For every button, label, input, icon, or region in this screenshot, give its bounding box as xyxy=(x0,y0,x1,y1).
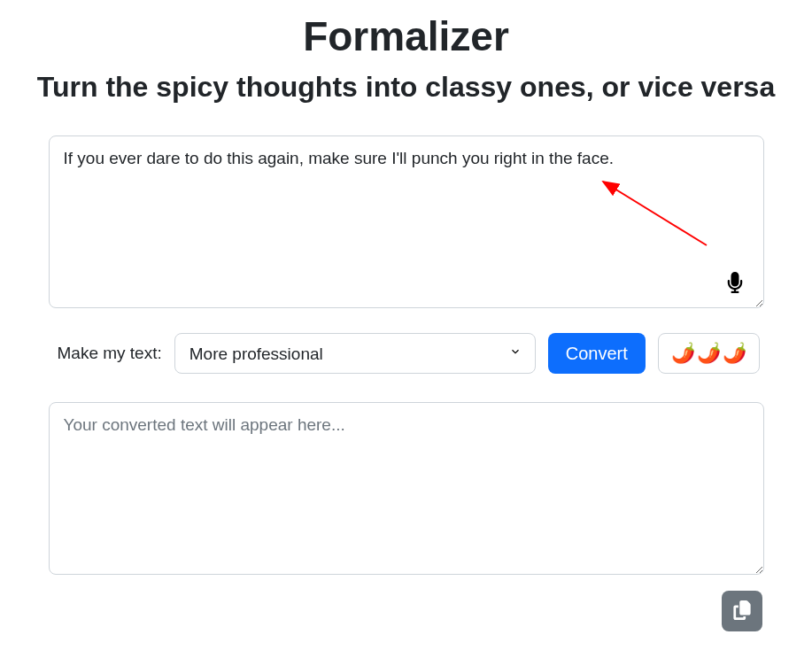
main-container: Make my text: More professional Convert … xyxy=(49,135,764,578)
copy-icon xyxy=(733,600,751,623)
pepper-icon: 🌶️ xyxy=(723,344,746,363)
output-textarea[interactable] xyxy=(49,402,764,575)
mode-select[interactable]: More professional xyxy=(174,333,536,374)
controls-row: Make my text: More professional Convert … xyxy=(49,333,764,374)
convert-button[interactable]: Convert xyxy=(548,333,646,374)
mode-select-wrap: More professional xyxy=(174,333,536,374)
input-textarea[interactable] xyxy=(49,135,764,308)
input-area xyxy=(49,135,764,312)
microphone-button[interactable] xyxy=(723,268,746,299)
pepper-icon: 🌶️ xyxy=(671,344,695,363)
page-subtitle: Turn the spicy thoughts into classy ones… xyxy=(18,71,794,104)
mode-label: Make my text: xyxy=(58,344,162,363)
page-title: Formalizer xyxy=(18,12,794,60)
copy-button[interactable] xyxy=(722,591,762,631)
microphone-icon xyxy=(727,272,743,296)
output-area xyxy=(49,402,764,578)
pepper-icon: 🌶️ xyxy=(697,344,721,363)
spicy-level-indicator[interactable]: 🌶️ 🌶️ 🌶️ xyxy=(658,333,760,374)
